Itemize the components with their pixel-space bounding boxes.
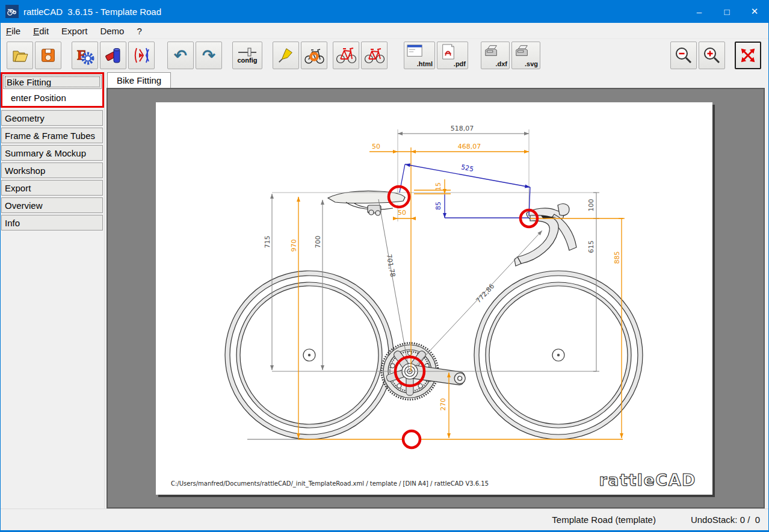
rattlecad-logo: rattleCAD [599,471,696,489]
save-button[interactable] [35,42,61,69]
svg-text:970: 970 [290,240,298,252]
sidebar-item-frame-tubes[interactable]: Frame & Frame Tubes [1,128,103,143]
app-window: rattleCAD 3.6.15 - Template Road – □ ✕ F… [0,0,769,532]
config-label: config [238,57,258,64]
slider-icon [236,47,258,57]
svg-text:615: 615 [587,241,595,253]
tube-button[interactable] [100,42,126,69]
pdf-file-icon [440,43,456,60]
menu-edit[interactable]: Edit [33,26,49,36]
saddle [328,191,405,215]
menu-export[interactable]: Export [61,26,87,36]
zoom-out-icon [674,46,693,65]
dim-15: 15 [414,179,451,194]
svg-label: .svg [525,60,538,67]
config-gear-icon: F [75,45,95,66]
browser-window-icon [406,44,424,60]
toolbar: F ↶ ↷ [1,39,768,72]
bike-template-road-button[interactable] [333,42,359,69]
sidebar-item-workshop[interactable]: Workshop [1,162,103,178]
maximize-button[interactable]: □ [713,0,741,23]
drawing-canvas[interactable]: 518,07 715 700 701,78 [107,88,765,509]
export-dxf-button[interactable]: .dxf [481,42,510,69]
redo-icon: ↷ [202,48,215,63]
pin-icon [277,46,295,64]
svg-text:270: 270 [439,398,447,411]
ground-marker[interactable] [403,431,420,448]
status-bar: Template Road (template) UndoStack: 0 / … [1,509,768,532]
front-wheel [474,271,643,439]
svg-text:50: 50 [372,143,380,150]
status-document: Template Road (template) [552,515,656,525]
svg-text:85: 85 [434,202,442,210]
zoom-in-button[interactable] [699,42,725,69]
zoom-in-icon [702,46,721,65]
svg-text:15: 15 [434,182,442,191]
svg-text:772,86: 772,86 [475,282,496,305]
zoom-fit-button[interactable] [735,42,761,69]
html-label: .html [417,60,433,67]
dim-468-50: 50 468,07 [369,143,529,153]
svg-text:525: 525 [460,163,474,173]
pin-button[interactable] [273,42,299,69]
svg-text:50: 50 [398,209,406,217]
sidebar-item-info[interactable]: Info [1,215,103,230]
sidebar-item-overview[interactable]: Overview [1,197,103,213]
open-folder-icon [10,46,29,65]
fit-arrows-icon [739,46,757,64]
dxf-label: .dxf [495,60,507,67]
sidebar: Bike Fitting enter Position Geometry Fra… [1,72,105,509]
bike-template-alt-button[interactable] [361,42,388,69]
export-svg-button[interactable]: .svg [511,42,540,69]
sidebar-item-enter-position[interactable]: enter Position [2,90,102,106]
close-button[interactable]: ✕ [741,0,768,23]
minimize-button[interactable]: – [685,0,713,23]
sidebar-item-bike-fitting[interactable]: Bike Fitting [3,75,102,89]
bike-reset-icon [304,46,324,64]
svg-text:701,78: 701,78 [385,253,397,277]
svg-text:700: 700 [314,236,322,249]
sidebar-item-summary-mockup[interactable]: Summary & Mockup [1,145,103,161]
printer-icon [514,43,531,59]
dim-50-setback: 50 [393,209,416,220]
sidebar-item-export[interactable]: Export [1,180,103,196]
export-pdf-button[interactable]: .pdf [437,42,468,69]
save-icon [39,46,57,64]
sidebar-item-geometry[interactable]: Geometry [1,110,103,126]
undo-button[interactable]: ↶ [167,42,194,69]
measure-button[interactable] [128,42,155,69]
undo-icon: ↶ [174,48,187,63]
bike-red-frame2-icon [364,46,384,64]
zoom-out-button[interactable] [670,42,697,69]
dim-518: 518,07 [398,125,529,135]
app-config-button[interactable]: F [72,42,98,69]
drawing-page: 518,07 715 700 701,78 [156,102,712,495]
dim-85: 85 [434,194,529,218]
printer-icon [483,43,500,59]
measure-icon [132,46,151,65]
menubar: File Edit Export Demo ? [1,23,768,39]
menu-file[interactable]: File [6,26,20,36]
tab-bike-fitting[interactable]: Bike Fitting [107,72,171,88]
status-undostack: UndoStack: 0 / 0 [691,515,760,525]
titlebar: rattleCAD 3.6.15 - Template Road – □ ✕ [1,0,768,23]
window-title: rattleCAD 3.6.15 - Template Road [23,7,161,17]
export-html-button[interactable]: .html [404,42,435,69]
bike-fitting-group: Bike Fitting enter Position [1,72,104,108]
menu-demo[interactable]: Demo [100,26,124,36]
config-button[interactable]: config [232,42,262,69]
redo-button[interactable]: ↷ [196,42,222,69]
svg-text:885: 885 [613,252,621,264]
dim-525: 525 [400,163,530,216]
bike-fitting-drawing: 518,07 715 700 701,78 [156,102,712,495]
svg-text:468,07: 468,07 [458,143,481,150]
menu-help[interactable]: ? [137,26,141,36]
svg-text:715: 715 [264,236,271,249]
tab-bar: Bike Fitting [105,72,768,88]
open-button[interactable] [7,42,33,69]
bike-red-frame-icon [336,46,356,64]
pdf-label: .pdf [454,60,466,67]
rear-wheel [225,271,394,439]
bike-reset-button[interactable] [301,42,327,69]
drawing-footer: C:/Users/manfred/Documents/rattleCAD/_in… [171,480,489,487]
